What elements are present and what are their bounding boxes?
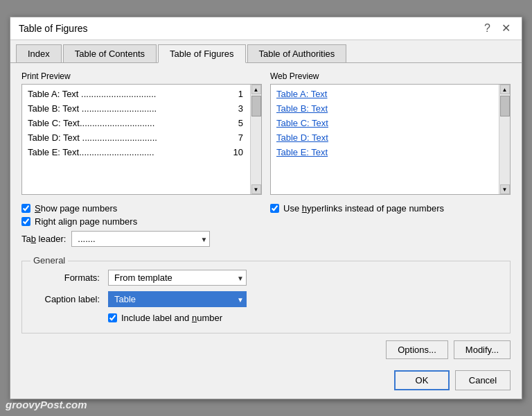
dialog-title: Table of Figures [19,23,88,34]
general-section: General Formats: From template Classic D… [21,261,511,333]
print-row-4-num: 7 [238,132,243,143]
show-page-numbers-label: Show page numbers [35,203,117,214]
print-row-1: Table A: Text ..........................… [28,89,243,99]
dialog: Table of Figures ? ✕ Index Table of Cont… [10,17,522,399]
title-bar: Table of Figures ? ✕ [10,17,522,40]
scroll-down-arrow[interactable]: ▼ [251,184,261,194]
right-align-checkbox[interactable] [21,217,30,226]
show-page-numbers-checkbox[interactable] [21,204,30,213]
right-align-row: Right align page numbers [21,216,262,227]
tab-table-of-contents[interactable]: Table of Contents [63,44,157,62]
web-scroll-up-arrow[interactable]: ▲ [500,85,510,94]
print-row-2-num: 3 [238,103,243,114]
web-link-2[interactable]: Table B: Text [276,103,492,114]
use-hyperlinks-row: Use hyperlinks instead of page numbers [270,203,511,214]
watermark: groovyPost.com [6,399,87,410]
left-options-col: Show page numbers Right align page numbe… [21,203,262,252]
general-section-title: General [30,255,68,266]
help-button[interactable]: ? [481,23,493,34]
ok-button[interactable]: OK [394,370,450,390]
print-row-5-text: Table E: Text...........................… [28,147,231,157]
caption-label-text: Caption label: [33,294,103,304]
print-preview-box: Table A: Text ..........................… [21,84,262,195]
tab-leader-label: Tab leader: [21,234,66,244]
formats-row: Formats: From template Classic Distincti… [33,270,499,286]
tab-table-of-figures[interactable]: Table of Figures [158,44,246,63]
web-preview-box: Table A: Text Table B: Text Table C: Tex… [270,84,511,195]
print-preview-content: Table A: Text ..........................… [28,89,256,157]
tab-leader-select-wrap: ....... (none) ------- _______ ▼ [71,231,210,247]
right-options-col: Use hyperlinks instead of page numbers [270,203,511,252]
tab-table-of-authorities[interactable]: Table of Authorities [247,44,347,62]
web-preview-label: Web Preview [270,71,511,81]
include-label-row: Include label and number [108,313,499,323]
use-hyperlinks-checkbox[interactable] [270,204,279,213]
web-preview-scrollbar[interactable]: ▲ ▼ [499,85,510,194]
bottom-buttons: OK Cancel [21,365,511,390]
tab-leader-select[interactable]: ....... (none) ------- _______ [71,231,210,247]
web-scroll-down-arrow[interactable]: ▼ [500,184,510,194]
modify-button[interactable]: Modify... [454,340,511,359]
cancel-button[interactable]: Cancel [455,370,511,390]
print-row-2-text: Table B: Text ..........................… [28,103,236,114]
include-label-label: Include label and number [121,313,222,323]
title-bar-controls: ? ✕ [481,23,513,34]
print-row-4-text: Table D: Text ..........................… [28,132,236,143]
print-row-2: Table B: Text ..........................… [28,103,243,114]
preview-section: Print Preview Table A: Text ............… [21,71,511,195]
print-preview-label: Print Preview [21,71,262,81]
web-link-3[interactable]: Table C: Text [276,118,492,128]
web-link-1[interactable]: Table A: Text [276,89,492,99]
caption-select-wrap: Table Figure Equation ▼ [108,291,247,307]
print-preview-scrollbar[interactable]: ▲ ▼ [250,85,261,194]
web-preview-content: Table A: Text Table B: Text Table C: Tex… [276,89,504,157]
right-align-label: Right align page numbers [35,216,137,227]
options-section: Show page numbers Right align page numbe… [21,203,511,252]
use-hyperlinks-text: Use hyperlinks instead of page numbers [283,203,444,214]
print-row-5: Table E: Text...........................… [28,147,243,157]
print-row-1-text: Table A: Text ..........................… [28,89,236,99]
print-row-5-num: 10 [233,147,243,157]
scrollbar-thumb[interactable] [251,96,261,116]
tab-index[interactable]: Index [16,44,62,62]
web-scrollbar-thumb[interactable] [500,96,510,116]
show-page-numbers-text: Show page numbers [35,203,117,214]
web-preview-col: Web Preview Table A: Text Table B: Text … [270,71,511,195]
right-align-text: Right align page numbers [35,216,137,227]
tab-bar: Index Table of Contents Table of Figures… [10,40,522,63]
close-button[interactable]: ✕ [499,23,513,34]
tab-leader-row: Tab leader: ....... (none) ------- _____… [21,231,262,247]
action-buttons: Options... Modify... [21,340,511,359]
include-label-text: Include label and number [121,313,222,323]
web-link-5[interactable]: Table E: Text [276,147,492,157]
print-row-3: Table C: Text...........................… [28,118,243,128]
show-page-numbers-row: Show page numbers [21,203,262,214]
print-row-1-num: 1 [238,89,243,99]
dialog-body: Print Preview Table A: Text ............… [10,63,522,399]
print-row-4: Table D: Text ..........................… [28,132,243,143]
caption-label-row: Caption label: Table Figure Equation ▼ [33,291,499,307]
include-label-checkbox[interactable] [108,313,117,322]
formats-select-wrap: From template Classic Distinctive Center… [108,270,247,286]
print-row-3-text: Table C: Text...........................… [28,118,236,128]
scroll-up-arrow[interactable]: ▲ [251,85,261,94]
web-link-4[interactable]: Table D: Text [276,132,492,143]
formats-label: Formats: [33,272,103,283]
caption-select[interactable]: Table Figure Equation [108,291,247,307]
options-button[interactable]: Options... [386,340,448,359]
use-hyperlinks-label: Use hyperlinks instead of page numbers [283,203,444,214]
formats-select[interactable]: From template Classic Distinctive Center… [108,270,247,286]
print-preview-col: Print Preview Table A: Text ............… [21,71,262,195]
print-row-3-num: 5 [238,118,243,128]
